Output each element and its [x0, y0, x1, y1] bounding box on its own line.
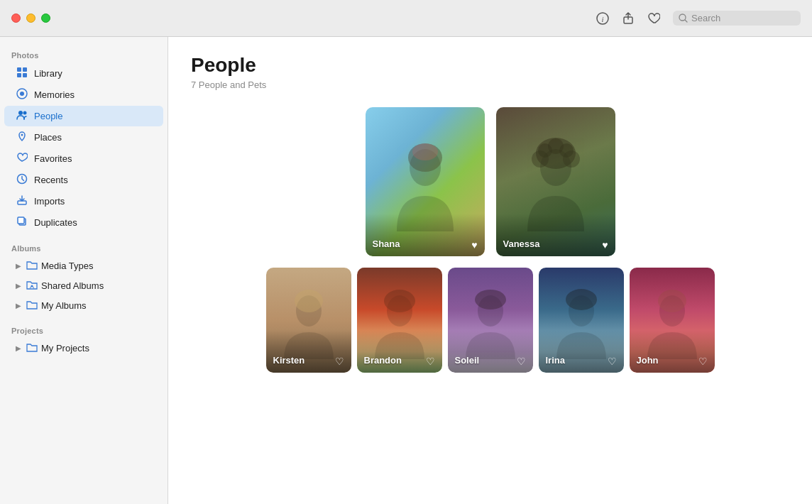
traffic-lights: [11, 13, 50, 23]
recents-label: Recents: [34, 175, 152, 185]
imports-icon: [16, 195, 28, 208]
duplicates-label: Duplicates: [34, 217, 152, 228]
svg-point-28: [548, 138, 564, 154]
chevron-icon-3: ▶: [16, 302, 21, 309]
main-layout: Photos Library Memories: [0, 37, 812, 504]
svg-point-32: [384, 290, 415, 312]
toolbar-right: i: [596, 11, 801, 26]
svg-point-13: [21, 134, 23, 136]
people-grid-bottom: Kirsten ♡ Brandon ♡: [191, 268, 789, 373]
people-grid-top: Shana ♥ Vane: [191, 107, 789, 256]
sidebar-item-library[interactable]: Library: [4, 63, 163, 84]
svg-rect-17: [18, 217, 24, 224]
person-card-irina[interactable]: Irina ♡: [539, 268, 624, 373]
library-icon: [16, 67, 28, 80]
sidebar-item-places[interactable]: Places: [4, 127, 163, 148]
my-albums-folder-icon: [26, 300, 38, 312]
person-card-shana[interactable]: Shana ♥: [366, 107, 485, 256]
shana-heart[interactable]: ♥: [471, 239, 477, 251]
duplicates-icon: [16, 216, 28, 229]
sidebar-item-my-albums[interactable]: ▶ My Albums: [4, 296, 163, 315]
sidebar-item-recents[interactable]: Recents: [4, 170, 163, 190]
search-input[interactable]: [691, 13, 791, 23]
sidebar-item-shared-albums[interactable]: ▶ Shared Albums: [4, 276, 163, 295]
heart-icon[interactable]: [647, 12, 660, 25]
svg-point-12: [23, 111, 27, 115]
info-icon[interactable]: i: [596, 12, 609, 25]
svg-line-4: [685, 20, 687, 22]
soleil-heart[interactable]: ♡: [517, 356, 526, 367]
vanessa-name: Vanessa: [503, 239, 540, 249]
maximize-button[interactable]: [41, 13, 50, 23]
people-label: People: [34, 111, 152, 121]
places-label: Places: [34, 132, 152, 143]
sidebar-item-people[interactable]: People: [4, 106, 163, 126]
person-card-john[interactable]: John ♡: [630, 268, 715, 373]
projects-section-label: Projects: [0, 321, 168, 338]
sidebar-item-my-projects[interactable]: ▶ My Projects: [4, 339, 163, 358]
svg-point-34: [475, 290, 506, 309]
folder-icon: [26, 260, 38, 272]
sidebar-item-memories[interactable]: Memories: [4, 84, 163, 105]
share-icon[interactable]: [622, 12, 635, 25]
person-card-brandon[interactable]: Brandon ♡: [357, 268, 442, 373]
svg-text:i: i: [601, 14, 603, 23]
svg-point-36: [566, 289, 597, 310]
svg-rect-8: [23, 73, 27, 77]
page-title: People: [191, 54, 789, 77]
irina-name: Irina: [546, 355, 565, 366]
sidebar-item-imports[interactable]: Imports: [4, 191, 163, 212]
sidebar-item-favorites[interactable]: Favorites: [4, 148, 163, 169]
chevron-icon-2: ▶: [16, 282, 21, 290]
john-name: John: [637, 355, 659, 366]
imports-label: Imports: [34, 196, 152, 207]
media-types-label: Media Types: [41, 261, 93, 271]
sidebar-item-media-types[interactable]: ▶ Media Types: [4, 256, 163, 275]
vanessa-heart[interactable]: ♥: [602, 239, 608, 251]
svg-point-30: [295, 290, 323, 312]
close-button[interactable]: [11, 13, 21, 23]
svg-point-21: [412, 143, 438, 160]
john-heart[interactable]: ♡: [698, 356, 708, 367]
projects-folder-icon: [26, 342, 38, 354]
shared-albums-label: Shared Albums: [41, 280, 104, 291]
svg-point-11: [18, 111, 23, 115]
chevron-icon: ▶: [16, 262, 21, 270]
shared-folder-icon: [26, 280, 38, 292]
places-icon: [16, 131, 28, 144]
my-projects-label: My Projects: [41, 343, 89, 354]
kirsten-name: Kirsten: [273, 355, 305, 366]
shana-name: Shana: [373, 239, 400, 249]
favorites-icon: [16, 152, 28, 165]
page-subtitle: 7 People and Pets: [191, 80, 789, 90]
person-card-vanessa[interactable]: Vanessa ♥: [496, 107, 615, 256]
photos-section-label: Photos: [0, 45, 168, 62]
brandon-heart[interactable]: ♡: [426, 356, 435, 367]
svg-point-38: [658, 290, 686, 312]
person-card-kirsten[interactable]: Kirsten ♡: [266, 268, 351, 373]
recents-icon: [16, 173, 28, 187]
library-label: Library: [34, 68, 152, 79]
svg-rect-6: [23, 67, 27, 72]
sidebar: Photos Library Memories: [0, 37, 168, 504]
memories-icon: [16, 88, 28, 102]
memories-label: Memories: [34, 89, 152, 100]
irina-heart[interactable]: ♡: [608, 356, 617, 367]
soleil-name: Soleil: [455, 355, 480, 366]
search-icon: [679, 13, 688, 23]
my-albums-label: My Albums: [41, 300, 87, 311]
person-card-soleil[interactable]: Soleil ♡: [448, 268, 533, 373]
kirsten-heart[interactable]: ♡: [335, 356, 344, 367]
sidebar-item-duplicates[interactable]: Duplicates: [4, 212, 163, 233]
people-icon: [16, 109, 28, 123]
search-bar[interactable]: [673, 11, 801, 26]
title-bar: i: [0, 0, 812, 37]
svg-rect-7: [17, 73, 21, 77]
minimize-button[interactable]: [26, 13, 35, 23]
favorites-label: Favorites: [34, 153, 152, 164]
svg-point-10: [20, 92, 24, 96]
chevron-icon-4: ▶: [16, 344, 21, 352]
content-area: People 7 People and Pets Shana ♥: [168, 37, 812, 504]
svg-rect-5: [17, 67, 21, 72]
albums-section-label: Albums: [0, 239, 168, 256]
